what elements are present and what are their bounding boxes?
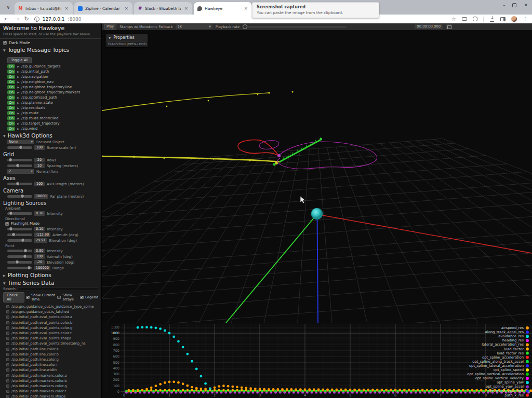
legend-label[interactable]: avoidance_res — [498, 334, 524, 338]
time-series-data-header[interactable]: ▼ Time Series Data — [0, 279, 101, 286]
menu-icon[interactable]: ⋮ — [523, 17, 528, 22]
value-box[interactable]: 100 — [34, 145, 45, 150]
legend-label[interactable]: load_factor — [504, 347, 524, 351]
timeseries-checkbox[interactable] — [6, 379, 9, 382]
legend-label[interactable]: path_x_res — [504, 393, 524, 397]
topic-on-toggle[interactable]: On — [7, 75, 15, 79]
topic-on-toggle[interactable]: On — [7, 121, 15, 126]
legend-label[interactable]: along_track_accel_res — [485, 330, 524, 334]
topic-on-toggle[interactable]: On — [7, 64, 15, 68]
window-minimize-icon[interactable]: – — [503, 3, 506, 8]
downloads-icon[interactable] — [489, 17, 495, 22]
expand-arrow-icon[interactable]: ▶ — [17, 101, 19, 104]
topic-on-toggle[interactable]: On — [7, 116, 15, 120]
slider[interactable] — [7, 183, 32, 185]
dropdown-select[interactable]: None▼ — [7, 140, 34, 144]
window-close-icon[interactable]: ✕ — [524, 3, 528, 8]
timeseries-chart[interactable]: 0100200300400500600700800900100011000123… — [102, 323, 532, 398]
window-maximize-icon[interactable] — [512, 3, 516, 7]
tab-search-icon[interactable]: ∨ — [3, 2, 14, 12]
tab-close-icon[interactable]: × — [124, 6, 129, 11]
expand-arrow-icon[interactable]: ▶ — [17, 127, 19, 130]
legend-label[interactable]: airspeed_res — [501, 326, 524, 330]
legend-label[interactable]: opt_spline_vertical_acceleration — [467, 372, 524, 376]
expand-arrow-icon[interactable]: ▶ — [17, 112, 19, 115]
timeseries-checkbox[interactable] — [6, 390, 9, 393]
flashlight-mode-checkbox[interactable] — [5, 222, 9, 226]
topic-on-toggle[interactable]: On — [7, 127, 15, 131]
viewport-3d[interactable]: ▼ Properties TRANSITING (OPEN-LOOP) — [102, 30, 532, 323]
snapshot-button[interactable] — [446, 24, 452, 29]
topic-on-toggle[interactable]: On — [7, 80, 15, 84]
slider[interactable] — [7, 159, 32, 161]
playback-rate-select[interactable]: 1x ▼ — [176, 24, 212, 29]
forward-icon[interactable]: → — [14, 16, 19, 22]
dropdown-select[interactable]: Z▼ — [7, 169, 34, 174]
legend-label[interactable]: opt_spline_acceleration — [482, 355, 524, 360]
timeseries-checkbox[interactable] — [6, 315, 9, 319]
legend-label[interactable]: opt_spline_lateral_acceleration — [469, 364, 524, 368]
legend-label[interactable]: opt_spline_speed — [493, 368, 524, 372]
slider[interactable] — [7, 255, 32, 258]
show-arrays-checkbox[interactable] — [57, 296, 61, 299]
topic-on-toggle[interactable]: On — [7, 85, 15, 89]
topic-on-toggle[interactable]: On — [7, 90, 15, 94]
play-button[interactable]: Play — [104, 24, 116, 30]
topic-on-toggle[interactable]: On — [7, 111, 15, 115]
toggle-message-topics-header[interactable]: ▼ Toggle Message Topics — [0, 46, 101, 53]
timeseries-checkbox[interactable] — [6, 310, 9, 313]
timeseries-checkbox[interactable] — [6, 337, 9, 340]
slider[interactable] — [7, 267, 32, 269]
timeseries-checkbox[interactable] — [6, 358, 9, 361]
value-box[interactable]: -20 — [34, 260, 45, 265]
expand-arrow-icon[interactable]: ▶ — [17, 80, 19, 84]
slider[interactable] — [7, 228, 32, 230]
slider[interactable] — [7, 212, 32, 215]
timeseries-checkbox[interactable] — [6, 342, 9, 345]
timeseries-checkbox[interactable] — [6, 385, 9, 388]
legend-label[interactable]: opt_spline_along_track_accel — [472, 360, 524, 364]
check-all-button[interactable]: Check All — [3, 292, 24, 303]
expand-arrow-icon[interactable]: ▶ — [17, 65, 19, 68]
slider[interactable] — [7, 146, 32, 149]
tab-preview-icon[interactable] — [462, 17, 467, 21]
timeseries-checkbox[interactable] — [6, 332, 9, 335]
slider[interactable] — [7, 239, 32, 242]
expand-arrow-icon[interactable]: ▶ — [17, 86, 19, 89]
timeseries-checkbox[interactable] — [6, 363, 9, 366]
timeseries-checkbox[interactable] — [6, 321, 9, 324]
timeseries-checkbox[interactable] — [6, 326, 9, 330]
side-panel-icon[interactable] — [500, 17, 506, 21]
value-box[interactable]: 10 — [34, 163, 45, 168]
playback-rate-slider[interactable] — [243, 26, 347, 28]
tab-close-icon[interactable]: × — [243, 6, 248, 11]
bookmark-star-icon[interactable]: ☆ — [451, 17, 456, 22]
slider[interactable] — [7, 195, 32, 198]
value-box[interactable]: 100 — [34, 182, 45, 186]
value-box[interactable]: 0.80 — [34, 249, 45, 253]
value-box[interactable]: 20 — [34, 158, 45, 162]
timeseries-checkbox[interactable] — [6, 305, 9, 308]
browser-tab[interactable]: #Slack - Elizabeth Izatt - Z× — [134, 2, 192, 15]
legend-label[interactable]: load_factor_res — [497, 351, 524, 355]
slider[interactable] — [7, 234, 32, 236]
value-box[interactable]: 10000 — [34, 194, 48, 199]
address-bar[interactable]: i 127.0.0.1:8080 — [34, 17, 82, 22]
plotting-options-header[interactable]: ▶ Plotting Options — [0, 271, 101, 279]
toggle-all-button[interactable]: Toggle All — [7, 57, 32, 63]
legend-label[interactable]: opt_spline_yaw — [497, 380, 524, 385]
topic-on-toggle[interactable]: On — [7, 70, 15, 74]
legend-label[interactable]: lateral_acceleration_res — [482, 342, 524, 347]
value-box[interactable]: 29.91 — [34, 238, 47, 243]
screenshot-notification[interactable]: Screenshot captured You can paste the im… — [252, 2, 379, 18]
timeseries-checkbox[interactable] — [6, 353, 9, 356]
browser-tab[interactable]: MInbox - liz.izatt@flyziplin× — [15, 2, 73, 15]
slider[interactable] — [7, 261, 32, 264]
browser-tab[interactable]: Hawkeye× — [194, 2, 252, 15]
site-info-icon[interactable]: i — [34, 17, 39, 22]
expand-arrow-icon[interactable]: ▶ — [17, 122, 19, 125]
legend-label[interactable]: opt_spline_yaw_accel — [486, 385, 524, 389]
legend-checkbox[interactable] — [80, 296, 84, 299]
expand-arrow-icon[interactable]: ▶ — [17, 96, 19, 99]
reload-icon[interactable]: ↻ — [24, 16, 29, 22]
